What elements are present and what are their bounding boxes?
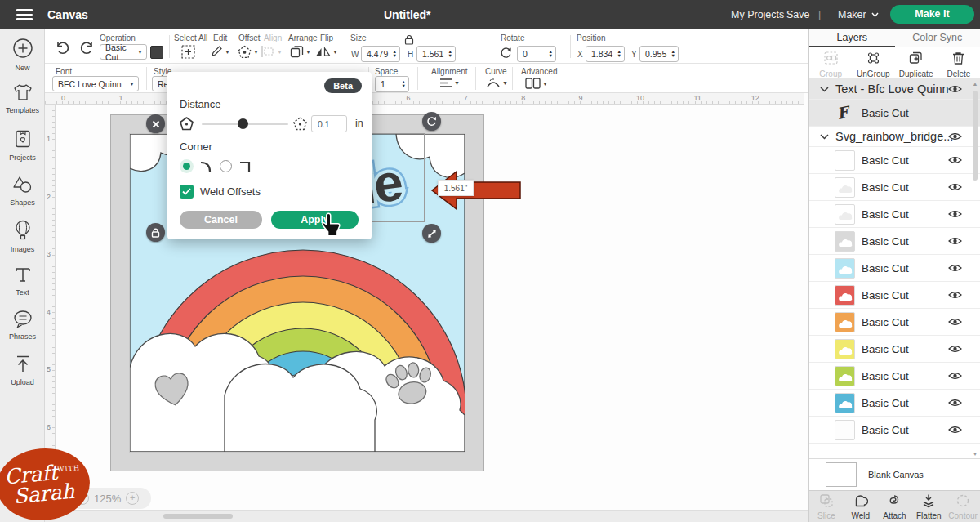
ungroup-button[interactable]: UnGroup xyxy=(852,47,894,78)
width-input[interactable]: 4.479 ▲▼ xyxy=(361,46,400,62)
edit-button[interactable]: ▼ xyxy=(210,45,230,58)
weld-offsets-checkbox[interactable] xyxy=(180,185,194,199)
resize-handle[interactable] xyxy=(422,224,441,243)
position-x-stepper[interactable]: ▲▼ xyxy=(617,50,624,58)
rotate-stepper[interactable]: ▲▼ xyxy=(549,50,555,58)
eye-icon[interactable] xyxy=(948,426,962,435)
width-stepper[interactable]: ▲▼ xyxy=(393,50,399,58)
sidebar-item-projects[interactable]: Projects xyxy=(0,129,45,162)
scrollbar-thumb[interactable] xyxy=(163,514,233,519)
sidebar-item-phrases[interactable]: Phrases xyxy=(0,310,45,341)
panel-scrollbar[interactable]: ▲ ▼ xyxy=(972,81,978,457)
alignment-button[interactable]: ▼ xyxy=(439,78,460,88)
cancel-button[interactable]: Cancel xyxy=(180,211,262,229)
layer-row[interactable]: F Basic Cut xyxy=(809,282,980,309)
arrange-button[interactable]: ▼ xyxy=(290,45,311,59)
attach-button[interactable]: Attach xyxy=(878,491,912,522)
eye-icon[interactable] xyxy=(948,318,962,327)
eye-icon[interactable] xyxy=(948,183,962,192)
make-it-button[interactable]: Make It xyxy=(890,5,974,24)
lock-handle[interactable] xyxy=(146,223,165,242)
sidebar-item-images[interactable]: Images xyxy=(0,220,45,253)
horizontal-scrollbar[interactable] xyxy=(45,510,808,522)
eye-icon[interactable] xyxy=(948,291,962,300)
sidebar-item-new[interactable]: New xyxy=(0,38,45,72)
redo-button[interactable] xyxy=(79,41,95,56)
layer-row[interactable]: F Basic Cut xyxy=(809,363,980,390)
layer-group-header[interactable]: Svg_rainbow_bridge... xyxy=(809,127,980,147)
design-canvas[interactable]: 0123456789101112 123456 xyxy=(45,93,808,522)
sidebar-item-upload[interactable]: Upload xyxy=(0,355,45,386)
eye-icon[interactable] xyxy=(948,237,962,246)
save-link[interactable]: Save xyxy=(786,9,810,20)
align-button[interactable]: ▼ xyxy=(261,45,283,58)
font-select[interactable]: BFC Love Quinn▼ xyxy=(52,76,139,91)
rotate-input[interactable]: 0 ▲▼ xyxy=(517,46,556,62)
blank-canvas-row[interactable]: Blank Canvas xyxy=(809,458,980,490)
tab-color-sync[interactable]: Color Sync xyxy=(895,29,980,47)
machine-select[interactable]: Maker xyxy=(838,9,879,20)
distance-slider[interactable] xyxy=(202,123,288,125)
layer-group-header[interactable]: Text - Bfc Love Quinn xyxy=(809,79,980,100)
zoom-in-button[interactable]: + xyxy=(126,492,139,505)
height-stepper[interactable]: ▲▼ xyxy=(448,50,455,58)
scroll-down-icon[interactable]: ▼ xyxy=(972,451,978,457)
duplicate-button[interactable]: Duplicate xyxy=(895,47,938,78)
apply-button[interactable]: Apply xyxy=(271,211,359,229)
distance-input[interactable]: 0.1 xyxy=(311,115,347,132)
sharp-corner-radio[interactable] xyxy=(220,160,232,172)
layer-row[interactable]: F Basic Cut xyxy=(809,100,980,127)
layer-row[interactable]: F Basic Cut xyxy=(809,417,980,444)
sidebar-item-templates[interactable]: Templates xyxy=(0,83,45,114)
layer-row[interactable]: F Basic Cut xyxy=(809,390,980,417)
space-input[interactable]: 1 ▲▼ xyxy=(375,76,409,92)
contour-button[interactable]: Contour xyxy=(946,491,980,522)
layer-row[interactable]: F Basic Cut xyxy=(809,228,980,255)
eye-icon[interactable] xyxy=(948,210,962,219)
slice-button[interactable]: Slice xyxy=(809,491,844,522)
advanced-button[interactable]: ▼ xyxy=(525,78,548,89)
my-projects-link[interactable]: My Projects xyxy=(731,9,784,20)
height-input[interactable]: 1.561 ▲▼ xyxy=(416,46,456,62)
sidebar-item-shapes[interactable]: Shapes xyxy=(0,175,45,207)
position-x-input[interactable]: 1.834 ▲▼ xyxy=(586,46,625,62)
position-y-input[interactable]: 0.955 ▲▼ xyxy=(639,46,679,62)
delete-button[interactable]: Delete xyxy=(938,47,980,78)
deselect-handle[interactable] xyxy=(146,114,165,133)
rotate-button[interactable] xyxy=(500,47,512,59)
sidebar-item-text[interactable]: Text xyxy=(0,265,45,297)
flatten-button[interactable]: Flatten xyxy=(911,491,946,522)
offset-button[interactable]: ▼ xyxy=(238,45,259,59)
eye-icon[interactable] xyxy=(948,345,962,354)
rounded-corner-radio[interactable] xyxy=(180,159,194,173)
weld-button[interactable]: Weld xyxy=(844,491,878,522)
layer-row[interactable]: F Basic Cut xyxy=(809,174,980,201)
layer-row[interactable]: F Basic Cut xyxy=(809,309,980,336)
operation-select[interactable]: Basic Cut▼ xyxy=(100,44,147,60)
scrollbar-thumb[interactable] xyxy=(973,91,978,181)
tab-layers[interactable]: Layers xyxy=(809,29,895,47)
eye-icon[interactable] xyxy=(948,399,962,408)
position-y-stepper[interactable]: ▲▼ xyxy=(671,50,678,58)
eye-icon[interactable] xyxy=(948,85,962,94)
space-stepper[interactable]: ▲▼ xyxy=(402,80,408,88)
scroll-up-icon[interactable]: ▲ xyxy=(972,81,978,87)
blank-canvas-swatch[interactable] xyxy=(826,462,857,487)
lock-icon[interactable] xyxy=(404,34,414,45)
curve-button[interactable]: ▼ xyxy=(486,78,508,88)
group-button[interactable]: Group xyxy=(809,47,852,78)
layer-row[interactable]: F Basic Cut xyxy=(809,201,980,228)
undo-button[interactable] xyxy=(55,41,70,56)
eye-icon[interactable] xyxy=(948,132,962,141)
layer-row[interactable]: F Basic Cut xyxy=(809,336,980,363)
eye-icon[interactable] xyxy=(948,264,962,273)
rotate-handle[interactable] xyxy=(422,112,441,131)
eye-icon[interactable] xyxy=(948,156,962,165)
select-all-button[interactable] xyxy=(181,45,195,59)
eye-icon[interactable] xyxy=(948,372,962,381)
flip-button[interactable]: ▼ xyxy=(315,45,338,58)
slider-knob[interactable] xyxy=(238,118,248,129)
menu-icon[interactable] xyxy=(16,9,33,20)
layer-row[interactable]: F Basic Cut xyxy=(809,147,980,174)
color-swatch[interactable] xyxy=(150,46,163,59)
